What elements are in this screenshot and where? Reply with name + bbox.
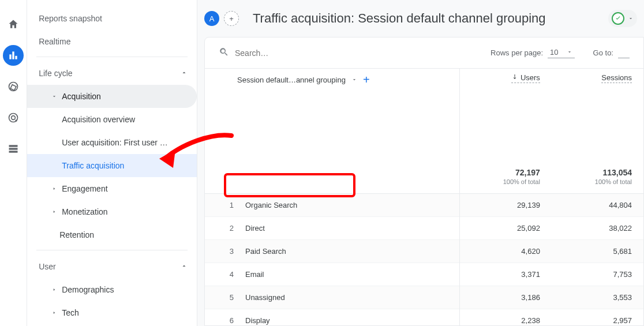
- sort-desc-icon: [511, 73, 518, 82]
- nav-reports-snapshot[interactable]: Reports snapshot: [27, 7, 197, 30]
- row-users: 4,620: [459, 239, 552, 263]
- label: Monetization: [62, 207, 107, 216]
- table-row[interactable]: 2Direct25,09238,022: [205, 216, 643, 239]
- row-index: 3: [205, 239, 234, 263]
- svg-point-5: [12, 116, 16, 120]
- nav-realtime[interactable]: Realtime: [27, 30, 197, 53]
- label: User acquisition: First user …: [62, 138, 168, 147]
- go-to: Go to:: [593, 48, 630, 58]
- row-users: 25,092: [459, 216, 552, 239]
- divider: [36, 250, 188, 250]
- nav-acquisition[interactable]: Acquisition: [27, 85, 197, 108]
- row-dimension: Email: [234, 263, 459, 286]
- label: Engagement: [62, 184, 107, 193]
- row-sessions: 38,022: [552, 216, 643, 239]
- segment-chip[interactable]: A: [204, 11, 219, 26]
- nav-life-cycle[interactable]: Life cycle: [27, 62, 197, 85]
- label: Acquisition: [62, 92, 101, 101]
- table-row[interactable]: 6Display2,2382,957: [205, 309, 643, 325]
- chevron-up-icon: [181, 69, 188, 78]
- rows-per-page: Rows per page: 10: [491, 48, 575, 58]
- search-input[interactable]: [235, 48, 350, 58]
- label: Sessions: [601, 73, 632, 82]
- row-sessions: 44,804: [552, 193, 643, 216]
- page-title: Traffic acquisition: Session default cha…: [253, 11, 546, 26]
- chevron-right-icon: [51, 287, 57, 293]
- svg-rect-9: [9, 151, 18, 152]
- row-users: 3,186: [459, 286, 552, 309]
- row-index: 4: [205, 263, 234, 286]
- table-row[interactable]: 4Email3,3717,753: [205, 263, 643, 286]
- titlebar: A + Traffic acquisition: Session default…: [197, 0, 644, 37]
- report-panel: Rows per page: 10 Go to: Session default…: [204, 37, 644, 326]
- label: Reports snapshot: [39, 14, 102, 23]
- label: Realtime: [39, 37, 70, 46]
- rows-per-page-select[interactable]: 10: [548, 48, 574, 58]
- col-sessions[interactable]: Sessions: [601, 73, 632, 83]
- table-row[interactable]: 3Paid Search4,6205,681: [205, 239, 643, 263]
- go-to-input[interactable]: [618, 48, 630, 58]
- row-index: 5: [205, 286, 234, 309]
- row-index: 1: [205, 193, 234, 216]
- row-users: 3,371: [459, 263, 552, 286]
- total-sessions-pct: 100% of total: [563, 178, 632, 185]
- status-menu[interactable]: [608, 10, 637, 27]
- row-users: 2,238: [459, 309, 552, 325]
- row-index: 6: [205, 309, 234, 325]
- label: Retention: [59, 230, 94, 239]
- row-dimension: Direct: [234, 216, 459, 239]
- row-dimension: Paid Search: [234, 239, 459, 263]
- check-circle-icon: [612, 12, 624, 25]
- configure-icon[interactable]: [3, 138, 24, 159]
- row-sessions: 5,681: [552, 239, 643, 263]
- icon-rail: [0, 0, 27, 326]
- col-users[interactable]: Users: [511, 73, 540, 83]
- reports-icon[interactable]: [3, 45, 24, 66]
- nav-acquisition-overview[interactable]: Acquisition overview: [27, 108, 197, 131]
- chevron-down-icon: [628, 13, 634, 24]
- row-index: 2: [205, 216, 234, 239]
- label: Go to:: [593, 48, 613, 57]
- explore-icon[interactable]: [3, 76, 24, 97]
- dimension-select[interactable]: Session default…annel grouping: [237, 76, 346, 84]
- divider: [36, 57, 188, 57]
- nav-tech[interactable]: Tech: [27, 301, 197, 324]
- label: Acquisition overview: [62, 115, 135, 124]
- search-icon: [219, 47, 229, 59]
- label: Rows per page:: [491, 48, 543, 57]
- home-icon[interactable]: [3, 14, 24, 35]
- row-sessions: 7,753: [552, 263, 643, 286]
- label: Tech: [62, 308, 79, 317]
- nav-demographics[interactable]: Demographics: [27, 278, 197, 301]
- nav-retention[interactable]: Retention: [27, 223, 197, 246]
- total-users: 72,197: [471, 168, 540, 177]
- chevron-right-icon: [51, 310, 57, 316]
- row-users: 29,139: [459, 193, 552, 216]
- add-dimension-button[interactable]: +: [363, 73, 370, 87]
- total-sessions: 113,054: [563, 168, 632, 177]
- table-row[interactable]: 1Organic Search29,13944,804: [205, 193, 643, 216]
- value: 10: [550, 48, 558, 57]
- nav-user-acquisition[interactable]: User acquisition: First user …: [27, 131, 197, 154]
- add-segment-button[interactable]: +: [224, 11, 239, 26]
- nav-user[interactable]: User: [27, 255, 197, 278]
- table-wrap: Session default…annel grouping + Users: [205, 69, 643, 325]
- nav-monetization[interactable]: Monetization: [27, 200, 197, 223]
- data-table: Session default…annel grouping + Users: [205, 69, 643, 325]
- svg-rect-7: [9, 145, 18, 147]
- totals-row: 72,197 100% of total 113,054 100% of tot…: [205, 101, 643, 193]
- nav-engagement[interactable]: Engagement: [27, 177, 197, 200]
- advertising-icon[interactable]: [3, 107, 24, 128]
- svg-rect-1: [12, 51, 14, 59]
- label: Traffic acquisition: [62, 161, 124, 170]
- label: Demographics: [62, 285, 114, 294]
- row-sessions: 3,553: [552, 286, 643, 309]
- row-sessions: 2,957: [552, 309, 643, 325]
- chevron-right-icon: [51, 209, 57, 215]
- nav-traffic-acquisition[interactable]: Traffic acquisition: [27, 154, 197, 177]
- table-row[interactable]: 5Unassigned3,1863,553: [205, 286, 643, 309]
- plus-icon: +: [229, 14, 234, 23]
- svg-rect-0: [9, 54, 11, 59]
- row-dimension: Unassigned: [234, 286, 459, 309]
- label: Life cycle: [39, 69, 72, 78]
